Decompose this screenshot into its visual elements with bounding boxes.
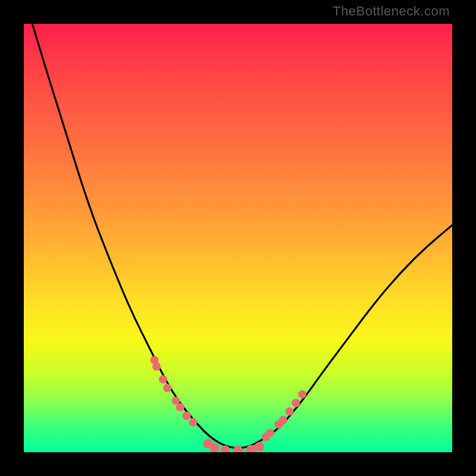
marker-dot xyxy=(233,446,243,452)
marker-dot xyxy=(285,408,293,416)
marker-dot xyxy=(152,362,161,371)
plot-area xyxy=(24,24,452,452)
marker-dot xyxy=(292,399,300,407)
bottleneck-curve xyxy=(32,24,452,448)
marker-dot xyxy=(183,412,191,420)
marker-dots xyxy=(151,356,306,452)
chart-frame: TheBottleneck.com xyxy=(0,0,476,476)
watermark-text: TheBottleneck.com xyxy=(333,4,450,19)
marker-dot xyxy=(255,442,264,452)
bottleneck-chart xyxy=(24,24,452,452)
marker-dot xyxy=(163,384,171,392)
marker-dot xyxy=(189,418,197,427)
marker-dot xyxy=(279,416,287,424)
marker-dot xyxy=(176,403,184,411)
marker-dot xyxy=(266,429,274,437)
marker-dot xyxy=(159,375,167,384)
marker-dot xyxy=(298,390,306,399)
